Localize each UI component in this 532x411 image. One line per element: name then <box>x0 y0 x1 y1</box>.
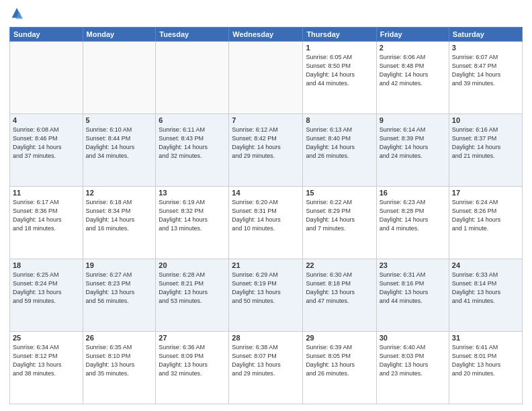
day-info: Sunrise: 6:05 AM Sunset: 8:50 PM Dayligh… <box>306 53 373 88</box>
calendar-day-cell: 24Sunrise: 6:33 AM Sunset: 8:14 PM Dayli… <box>449 259 522 332</box>
calendar-day-cell: 8Sunrise: 6:13 AM Sunset: 8:40 PM Daylig… <box>303 114 376 187</box>
calendar-day-cell: 3Sunrise: 6:07 AM Sunset: 8:47 PM Daylig… <box>449 42 522 114</box>
day-info: Sunrise: 6:30 AM Sunset: 8:18 PM Dayligh… <box>306 271 373 306</box>
day-info: Sunrise: 6:06 AM Sunset: 8:48 PM Dayligh… <box>380 53 446 88</box>
calendar-day-cell: 7Sunrise: 6:12 AM Sunset: 8:42 PM Daylig… <box>229 114 303 187</box>
calendar-day-cell: 11Sunrise: 6:17 AM Sunset: 8:36 PM Dayli… <box>10 187 83 259</box>
day-info: Sunrise: 6:39 AM Sunset: 8:05 PM Dayligh… <box>306 343 373 378</box>
calendar-day-cell: 22Sunrise: 6:30 AM Sunset: 8:18 PM Dayli… <box>303 259 376 332</box>
day-number: 12 <box>86 189 153 197</box>
day-number: 21 <box>232 261 300 269</box>
calendar-day-cell: 20Sunrise: 6:28 AM Sunset: 8:21 PM Dayli… <box>156 259 229 332</box>
weekday-header: Saturday <box>449 28 522 42</box>
calendar-day-cell: 6Sunrise: 6:11 AM Sunset: 8:43 PM Daylig… <box>156 114 229 187</box>
calendar-day-cell: 15Sunrise: 6:22 AM Sunset: 8:29 PM Dayli… <box>303 187 376 259</box>
day-number: 30 <box>380 334 446 342</box>
calendar-week-row: 1Sunrise: 6:05 AM Sunset: 8:50 PM Daylig… <box>10 42 523 114</box>
day-number: 24 <box>452 261 519 269</box>
day-info: Sunrise: 6:35 AM Sunset: 8:10 PM Dayligh… <box>86 343 153 378</box>
calendar-day-cell: 4Sunrise: 6:08 AM Sunset: 8:46 PM Daylig… <box>10 114 83 187</box>
day-number: 20 <box>159 261 226 269</box>
day-info: Sunrise: 6:18 AM Sunset: 8:34 PM Dayligh… <box>86 198 153 233</box>
weekday-header: Sunday <box>10 28 83 42</box>
day-info: Sunrise: 6:11 AM Sunset: 8:43 PM Dayligh… <box>159 126 226 161</box>
day-number: 29 <box>306 334 373 342</box>
day-number: 25 <box>13 334 80 342</box>
day-number: 7 <box>232 116 300 124</box>
day-number: 3 <box>452 44 519 52</box>
calendar-table: SundayMondayTuesdayWednesdayThursdayFrid… <box>9 27 523 404</box>
weekday-header: Thursday <box>303 28 376 42</box>
calendar-day-cell: 30Sunrise: 6:40 AM Sunset: 8:03 PM Dayli… <box>376 332 449 404</box>
day-info: Sunrise: 6:28 AM Sunset: 8:21 PM Dayligh… <box>159 271 226 306</box>
calendar-week-row: 11Sunrise: 6:17 AM Sunset: 8:36 PM Dayli… <box>10 187 523 259</box>
day-info: Sunrise: 6:40 AM Sunset: 8:03 PM Dayligh… <box>380 343 446 378</box>
day-info: Sunrise: 6:23 AM Sunset: 8:28 PM Dayligh… <box>380 198 446 233</box>
day-info: Sunrise: 6:16 AM Sunset: 8:37 PM Dayligh… <box>452 126 519 161</box>
day-info: Sunrise: 6:13 AM Sunset: 8:40 PM Dayligh… <box>306 126 373 161</box>
calendar-day-cell: 12Sunrise: 6:18 AM Sunset: 8:34 PM Dayli… <box>83 187 156 259</box>
day-info: Sunrise: 6:27 AM Sunset: 8:23 PM Dayligh… <box>86 271 153 306</box>
calendar-day-cell: 26Sunrise: 6:35 AM Sunset: 8:10 PM Dayli… <box>83 332 156 404</box>
day-info: Sunrise: 6:10 AM Sunset: 8:44 PM Dayligh… <box>86 126 153 161</box>
calendar-day-cell: 29Sunrise: 6:39 AM Sunset: 8:05 PM Dayli… <box>303 332 376 404</box>
day-number: 23 <box>380 261 446 269</box>
header <box>9 7 523 21</box>
calendar-header-row: SundayMondayTuesdayWednesdayThursdayFrid… <box>10 28 523 42</box>
day-info: Sunrise: 6:29 AM Sunset: 8:19 PM Dayligh… <box>232 271 300 306</box>
weekday-header: Friday <box>376 28 449 42</box>
calendar-day-cell: 27Sunrise: 6:36 AM Sunset: 8:09 PM Dayli… <box>156 332 229 404</box>
calendar-day-cell <box>156 42 229 114</box>
calendar-day-cell: 23Sunrise: 6:31 AM Sunset: 8:16 PM Dayli… <box>376 259 449 332</box>
calendar-day-cell <box>229 42 303 114</box>
day-number: 11 <box>13 189 80 197</box>
day-info: Sunrise: 6:36 AM Sunset: 8:09 PM Dayligh… <box>159 343 226 378</box>
day-info: Sunrise: 6:17 AM Sunset: 8:36 PM Dayligh… <box>13 198 80 233</box>
calendar-day-cell: 18Sunrise: 6:25 AM Sunset: 8:24 PM Dayli… <box>10 259 83 332</box>
calendar-day-cell: 21Sunrise: 6:29 AM Sunset: 8:19 PM Dayli… <box>229 259 303 332</box>
day-number: 14 <box>232 189 300 197</box>
weekday-header: Monday <box>83 28 156 42</box>
calendar-day-cell: 16Sunrise: 6:23 AM Sunset: 8:28 PM Dayli… <box>376 187 449 259</box>
calendar-day-cell: 5Sunrise: 6:10 AM Sunset: 8:44 PM Daylig… <box>83 114 156 187</box>
day-number: 27 <box>159 334 226 342</box>
calendar-week-row: 25Sunrise: 6:34 AM Sunset: 8:12 PM Dayli… <box>10 332 523 404</box>
day-info: Sunrise: 6:14 AM Sunset: 8:39 PM Dayligh… <box>380 126 446 161</box>
day-number: 6 <box>159 116 226 124</box>
day-number: 22 <box>306 261 373 269</box>
calendar-day-cell <box>10 42 83 114</box>
calendar-week-row: 18Sunrise: 6:25 AM Sunset: 8:24 PM Dayli… <box>10 259 523 332</box>
day-number: 9 <box>380 116 446 124</box>
day-info: Sunrise: 6:12 AM Sunset: 8:42 PM Dayligh… <box>232 126 300 161</box>
day-info: Sunrise: 6:41 AM Sunset: 8:01 PM Dayligh… <box>452 343 519 378</box>
day-number: 31 <box>452 334 519 342</box>
day-info: Sunrise: 6:34 AM Sunset: 8:12 PM Dayligh… <box>13 343 80 378</box>
calendar-week-row: 4Sunrise: 6:08 AM Sunset: 8:46 PM Daylig… <box>10 114 523 187</box>
day-info: Sunrise: 6:22 AM Sunset: 8:29 PM Dayligh… <box>306 198 373 233</box>
calendar-day-cell: 9Sunrise: 6:14 AM Sunset: 8:39 PM Daylig… <box>376 114 449 187</box>
day-number: 28 <box>232 334 300 342</box>
calendar-day-cell: 10Sunrise: 6:16 AM Sunset: 8:37 PM Dayli… <box>449 114 522 187</box>
calendar-day-cell: 13Sunrise: 6:19 AM Sunset: 8:32 PM Dayli… <box>156 187 229 259</box>
day-number: 18 <box>13 261 80 269</box>
day-info: Sunrise: 6:38 AM Sunset: 8:07 PM Dayligh… <box>232 343 300 378</box>
day-info: Sunrise: 6:24 AM Sunset: 8:26 PM Dayligh… <box>452 198 519 233</box>
calendar-day-cell: 28Sunrise: 6:38 AM Sunset: 8:07 PM Dayli… <box>229 332 303 404</box>
day-info: Sunrise: 6:31 AM Sunset: 8:16 PM Dayligh… <box>380 271 446 306</box>
day-info: Sunrise: 6:25 AM Sunset: 8:24 PM Dayligh… <box>13 271 80 306</box>
calendar-day-cell: 19Sunrise: 6:27 AM Sunset: 8:23 PM Dayli… <box>83 259 156 332</box>
logo-icon <box>9 7 24 21</box>
logo <box>9 7 27 21</box>
day-number: 8 <box>306 116 373 124</box>
weekday-header: Tuesday <box>156 28 229 42</box>
calendar-day-cell: 25Sunrise: 6:34 AM Sunset: 8:12 PM Dayli… <box>10 332 83 404</box>
calendar-day-cell: 1Sunrise: 6:05 AM Sunset: 8:50 PM Daylig… <box>303 42 376 114</box>
day-info: Sunrise: 6:33 AM Sunset: 8:14 PM Dayligh… <box>452 271 519 306</box>
day-info: Sunrise: 6:07 AM Sunset: 8:47 PM Dayligh… <box>452 53 519 88</box>
day-number: 13 <box>159 189 226 197</box>
day-number: 2 <box>380 44 446 52</box>
day-number: 16 <box>380 189 446 197</box>
calendar-day-cell <box>83 42 156 114</box>
day-info: Sunrise: 6:20 AM Sunset: 8:31 PM Dayligh… <box>232 198 300 233</box>
calendar-day-cell: 31Sunrise: 6:41 AM Sunset: 8:01 PM Dayli… <box>449 332 522 404</box>
